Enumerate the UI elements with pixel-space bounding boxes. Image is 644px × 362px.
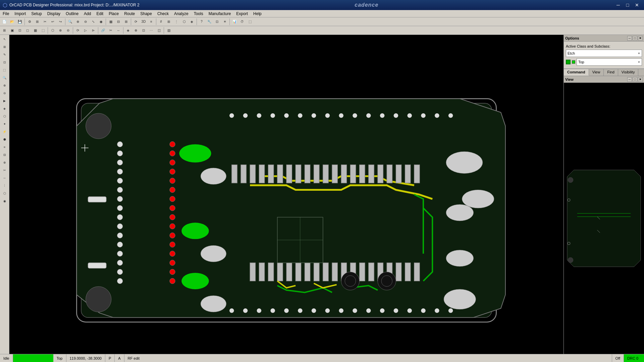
tb-btn10[interactable]: ⊕ [74,18,82,25]
menu-setup[interactable]: Setup [29,11,44,17]
tb2-btn14[interactable]: ✂ [107,27,114,34]
tb2-btn11[interactable]: ▷ [82,27,89,34]
menu-import[interactable]: Import [12,11,29,17]
tb2-btn21[interactable]: ▧ [165,27,172,34]
menu-manufacture[interactable]: Manufacture [206,11,234,17]
menu-check[interactable]: Check [155,11,171,17]
new-btn[interactable]: 📄 [1,18,8,25]
menu-shape[interactable]: Shape [138,11,155,17]
lt-btn4[interactable]: ⊡ [1,59,8,66]
tb-btn11[interactable]: ⊖ [82,18,89,25]
tb2-btn8[interactable]: ⊕ [57,27,64,34]
tb-btn7[interactable]: ↩ [49,18,56,25]
tb-btn20[interactable]: # [157,18,165,25]
tb-btn12[interactable]: ⤡ [90,18,97,25]
menu-add[interactable]: Add [81,11,94,17]
tb2-btn3[interactable]: ⊡ [16,27,23,34]
tb-btn16[interactable]: ⊞ [122,18,130,25]
lt-btn6[interactable]: 🔍 [1,74,8,81]
lt-btn11[interactable]: ⬡ [1,113,8,120]
tb-btn21[interactable]: ⊞ [165,18,172,25]
class-dropdown[interactable]: Etch ▼ [566,50,642,57]
layer-color-swatch[interactable] [566,60,571,64]
tb2-btn13[interactable]: 🔗 [99,27,107,34]
options-close-btn[interactable]: ✕ [638,36,643,41]
menu-file[interactable]: File [0,11,12,17]
menu-outline[interactable]: Outline [63,11,81,17]
menu-help[interactable]: Help [251,11,264,17]
view-minimize-btn[interactable]: ─ [627,77,632,82]
options-float-btn[interactable]: □ [633,36,637,41]
tb-btn22[interactable]: ⋮ [173,18,180,25]
tb2-btn16[interactable]: ◈ [124,27,132,34]
tb2-btn12[interactable]: ⊳ [90,27,97,34]
lt-btn18[interactable]: ✂ [1,167,8,174]
lt-select[interactable]: ↖ [1,36,8,43]
tb2-btn17[interactable]: ⊕ [132,27,140,34]
tb-btn13[interactable]: ◉ [97,18,105,25]
tb2-btn20[interactable]: ◫ [155,27,163,34]
lt-btn19[interactable]: ↔ [1,174,8,182]
tb2-btn5[interactable]: ▦ [32,27,39,34]
menu-tools[interactable]: Tools [191,11,206,17]
tb-btn5[interactable]: ⊞ [34,18,41,25]
tb2-btn7[interactable]: ⬡ [49,27,56,34]
lt-btn14[interactable]: ⬢ [1,136,8,143]
lt-btn15[interactable]: ≡ [1,143,8,151]
tb2-btn15[interactable]: ↔ [115,27,122,34]
tb-btn8[interactable]: ↪ [57,18,64,25]
tb2-btn18[interactable]: ⊡ [140,27,147,34]
tb-btn26[interactable]: 🔧 [206,18,213,25]
menu-analyze[interactable]: Analyze [171,11,191,17]
open-btn[interactable]: 📂 [8,18,16,25]
view-float-btn[interactable]: □ [633,77,637,82]
tb-btn24[interactable]: ◈ [188,18,196,25]
tab-command[interactable]: Command [564,69,589,76]
tb2-btn9[interactable]: ⊖ [64,27,72,34]
maximize-button[interactable]: □ [623,1,632,9]
tb2-btn2[interactable]: ▣ [8,27,16,34]
tb-btn15[interactable]: ⊟ [115,18,122,25]
tb-btn14[interactable]: ▦ [107,18,114,25]
tb2-btn19[interactable]: ⋯ [148,27,155,34]
lt-btn7[interactable]: ⊕ [1,82,8,89]
lt-btn8[interactable]: ⊖ [1,89,8,97]
tb2-btn1[interactable]: ⊞ [1,27,8,34]
view-close-btn[interactable]: ✕ [638,77,643,82]
menu-place[interactable]: Place [106,11,121,17]
lt-btn17[interactable]: ⊕ [1,159,8,166]
save-btn[interactable]: 💾 [16,18,23,25]
tb-btn6[interactable]: ✂ [41,18,49,25]
tb-btn29[interactable]: 📊 [231,18,238,25]
tab-find[interactable]: Find [604,69,618,76]
minimize-button[interactable]: ─ [614,1,623,9]
tb2-btn4[interactable]: ◻ [24,27,31,34]
lt-btn16[interactable]: ⊟ [1,151,8,159]
lt-btn2[interactable]: ⊞ [1,43,8,51]
lt-btn20[interactable]: ⋮ [1,182,8,189]
menu-export[interactable]: Export [233,11,251,17]
tb-btn19[interactable]: ≡ [148,18,155,25]
lt-btn10[interactable]: ◈ [1,105,8,112]
tb-btn4[interactable]: ⚙ [26,18,33,25]
tb-btn18[interactable]: 3D [140,18,147,25]
tb-btn25[interactable]: ? [198,18,205,25]
menu-display[interactable]: Display [45,11,63,17]
tb-btn23[interactable]: ⬡ [180,18,188,25]
tb-btn30[interactable]: ⏱ [238,18,246,25]
lt-btn3[interactable]: ✎ [1,51,8,58]
tb-btn27[interactable]: ⊡ [213,18,221,25]
tb-btn28[interactable]: ☀ [221,18,228,25]
tb2-btn6[interactable]: ⬚ [39,27,47,34]
tab-visibility[interactable]: Visibility [618,69,639,76]
lt-btn21[interactable]: ⬡ [1,190,8,197]
tb-btn31[interactable]: ⬚ [246,18,254,25]
options-minimize-btn[interactable]: ─ [627,36,632,41]
close-button[interactable]: ✕ [633,1,641,9]
lt-btn5[interactable]: ⬚ [1,66,8,74]
lt-btn22[interactable]: ◉ [1,197,8,205]
tb-btn17[interactable]: ⟳ [132,18,140,25]
lt-btn12[interactable]: ✦ [1,120,8,128]
lt-btn9[interactable]: ▶ [1,97,8,105]
tab-view[interactable]: View [589,69,604,76]
